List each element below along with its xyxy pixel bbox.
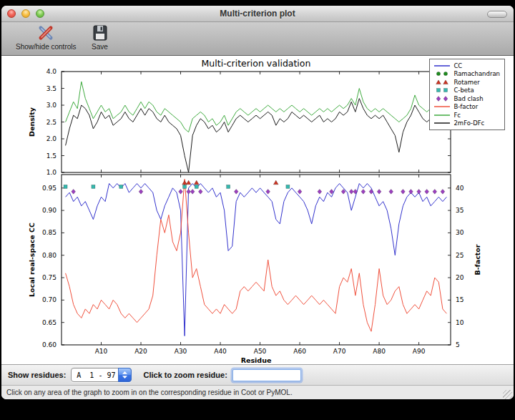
- svg-text:40: 40: [456, 185, 464, 192]
- legend-swatch-triangle-icon: [433, 79, 451, 86]
- resize-grip[interactable]: [503, 390, 512, 399]
- svg-text:2.5: 2.5: [46, 119, 57, 126]
- density-subplot: 1.01.52.02.53.03.54.0Density: [28, 68, 451, 176]
- svg-text:A50: A50: [254, 348, 267, 355]
- legend-entry-fc: Fc: [433, 111, 500, 119]
- legend-swatch-line-icon: [433, 119, 451, 127]
- legend-entry-b-factor: B-factor: [433, 103, 500, 112]
- crossed-tools-icon: [36, 24, 55, 42]
- chain-range-value: A 1 - 97: [72, 371, 118, 379]
- svg-text:A90: A90: [413, 348, 426, 355]
- save-floppy-icon: [91, 24, 109, 42]
- svg-text:0.80: 0.80: [42, 252, 57, 259]
- svg-text:A10: A10: [95, 348, 108, 355]
- status-bar: Click on any area of the graph to zoom i…: [1, 385, 514, 399]
- svg-text:30: 30: [456, 229, 464, 236]
- plot-legend: CCRamachandranRotamerC-betaBad clashB-fa…: [429, 59, 505, 130]
- controls-bar: Show residues: A 1 - 97 Click to zoom re…: [1, 364, 514, 385]
- svg-text:4.0: 4.0: [46, 68, 57, 75]
- svg-text:25: 25: [456, 252, 464, 259]
- legend-entry-ramachandran: Ramachandran: [433, 70, 500, 79]
- toolbar-toggle-button[interactable]: [487, 11, 507, 18]
- svg-text:B-factor: B-factor: [474, 244, 481, 275]
- svg-text:2.0: 2.0: [46, 135, 57, 142]
- svg-text:A60: A60: [293, 348, 306, 355]
- legend-swatch-circle-icon: [433, 70, 451, 77]
- legend-swatch-line-icon: [433, 62, 451, 69]
- svg-text:5: 5: [456, 341, 460, 348]
- svg-text:0.85: 0.85: [42, 229, 57, 236]
- svg-text:10: 10: [456, 319, 464, 326]
- svg-text:0.90: 0.90: [42, 207, 57, 214]
- show-hide-controls-label: Show/hide controls: [16, 43, 77, 51]
- show-residues-label: Show residues:: [8, 371, 66, 379]
- legend-swatch-line-icon: [433, 103, 451, 110]
- svg-text:15: 15: [456, 296, 464, 303]
- zoom-residue-input[interactable]: [232, 369, 301, 381]
- svg-text:3.5: 3.5: [46, 85, 57, 92]
- toolbar: Show/hide controls Save: [1, 22, 514, 56]
- save-button[interactable]: Save: [84, 22, 117, 51]
- B-factor-line: [66, 179, 447, 331]
- svg-text:Local real-space CC: Local real-space CC: [28, 223, 36, 297]
- legend-swatch-square-icon: [433, 87, 451, 94]
- app-window: Multi-criterion plot Show/hide controls: [1, 6, 514, 399]
- svg-text:Residue: Residue: [241, 356, 272, 364]
- legend-swatch-line-icon: [433, 112, 451, 119]
- svg-text:3.0: 3.0: [46, 102, 57, 109]
- svg-text:0.65: 0.65: [42, 319, 57, 326]
- c-beta-markers: [64, 185, 290, 188]
- svg-text:Density: Density: [28, 107, 36, 137]
- CC-line: [66, 184, 447, 336]
- svg-text:1.5: 1.5: [46, 152, 57, 160]
- svg-text:1.0: 1.0: [46, 169, 57, 176]
- stepper-arrows-icon[interactable]: [118, 368, 132, 382]
- window-title: Multi-criterion plot: [1, 6, 514, 21]
- svg-text:0.95: 0.95: [42, 185, 57, 192]
- svg-text:0.75: 0.75: [42, 274, 57, 281]
- svg-text:A40: A40: [214, 348, 227, 355]
- svg-text:Multi-criterion validation: Multi-criterion validation: [202, 58, 311, 69]
- chain-range-select[interactable]: A 1 - 97: [71, 368, 132, 382]
- svg-text:0.70: 0.70: [42, 296, 57, 303]
- title-bar[interactable]: Multi-criterion plot: [1, 6, 514, 22]
- plot-area[interactable]: Multi-criterion validation1.01.52.02.53.…: [1, 56, 514, 364]
- svg-text:A80: A80: [373, 348, 386, 355]
- svg-text:0.60: 0.60: [42, 341, 57, 348]
- save-label: Save: [92, 43, 108, 51]
- show-hide-controls-button[interactable]: Show/hide controls: [9, 22, 84, 51]
- status-text: Click on any area of the graph to zoom i…: [6, 389, 293, 396]
- legend-swatch-diamond-icon: [433, 95, 451, 102]
- Fc-line: [66, 82, 447, 132]
- legend-entry-cc: CC: [433, 62, 500, 70]
- desktop-background: Multi-criterion plot Show/hide controls: [0, 0, 515, 420]
- svg-text:A70: A70: [333, 348, 346, 355]
- legend-entry-c-beta: C-beta: [433, 87, 500, 95]
- rotamer-markers: [182, 180, 278, 185]
- legend-entry-2mfo-dfc: 2mFo-DFc: [433, 119, 500, 128]
- legend-entry-bad-clash: Bad clash: [433, 94, 500, 103]
- svg-text:A30: A30: [175, 348, 187, 355]
- svg-text:A20: A20: [134, 348, 147, 355]
- zoom-residue-label: Click to zoom residue:: [143, 371, 227, 379]
- cc-bfactor-subplot: 0.600.650.700.750.800.850.900.9551015202…: [28, 175, 481, 364]
- svg-text:20: 20: [456, 274, 464, 281]
- svg-text:35: 35: [456, 207, 464, 214]
- legend-entry-rotamer: Rotamer: [433, 78, 500, 87]
